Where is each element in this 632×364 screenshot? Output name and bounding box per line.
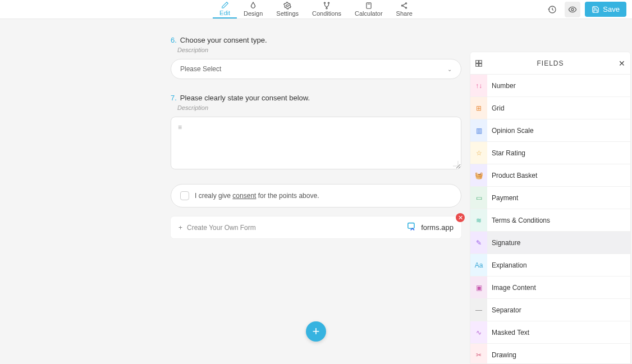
question-number: 7. <box>171 94 177 102</box>
question-6[interactable]: 6. Choose your consent type. Description… <box>171 36 461 79</box>
branch-icon <box>323 2 331 10</box>
svg-rect-19 <box>479 63 482 66</box>
tab-label: Conditions <box>312 10 341 17</box>
tab-settings[interactable]: Settings <box>269 0 305 19</box>
svg-line-12 <box>403 4 406 6</box>
topbar: Edit Design Settings Conditions Calculat… <box>0 0 632 19</box>
chevron-down-icon: ⌄ <box>447 66 452 72</box>
svg-rect-16 <box>476 60 479 63</box>
fields-panel: FIELDS ✕ ↑↓Number⊞Grid▥Opinion Scale☆Sta… <box>470 52 631 283</box>
remove-branding-button[interactable]: ✕ <box>456 213 465 222</box>
question-text: Please clearly state your consent below. <box>180 94 310 102</box>
consent-textarea[interactable]: ≡ <box>171 117 461 169</box>
consent-checkbox-row[interactable]: I crealy give consent for the points abo… <box>171 184 461 208</box>
explanation-icon: Aa <box>470 254 487 276</box>
save-button[interactable]: Save <box>585 2 626 17</box>
drop-icon <box>249 2 257 10</box>
select-placeholder: Please Select <box>180 65 221 73</box>
field-label: Explanation <box>487 261 527 269</box>
question-text: Choose your consent type. <box>180 36 267 44</box>
svg-point-11 <box>406 7 407 8</box>
field-label: Product Basket <box>487 172 537 179</box>
grid-icon: ⊞ <box>470 97 487 119</box>
consent-type-select[interactable]: Please Select ⌄ <box>171 59 461 79</box>
question-description: Description <box>177 104 461 111</box>
tab-edit[interactable]: Edit <box>213 0 237 19</box>
calculator-icon <box>365 2 373 10</box>
tab-label: Edit <box>219 10 230 16</box>
topbar-actions: Save <box>544 2 626 17</box>
field-label: Star Rating <box>487 149 525 157</box>
field-item-explanation[interactable]: AaExplanation <box>470 254 630 277</box>
svg-rect-18 <box>476 63 479 66</box>
svg-point-3 <box>326 8 327 9</box>
svg-rect-17 <box>479 60 482 63</box>
terms-conditions-icon: ≋ <box>470 209 487 231</box>
svg-point-14 <box>571 8 574 11</box>
svg-point-9 <box>406 3 407 4</box>
product-basket-icon: 🧺 <box>470 164 487 186</box>
pencil-icon <box>221 1 229 9</box>
tab-share[interactable]: Share <box>390 0 419 19</box>
svg-rect-4 <box>367 3 371 9</box>
close-icon: ✕ <box>458 214 463 222</box>
panel-close-button[interactable]: ✕ <box>613 59 630 68</box>
tab-design[interactable]: Design <box>237 0 269 19</box>
grid-icon <box>470 59 487 67</box>
field-label: Terms & Conditions <box>487 216 550 224</box>
svg-point-0 <box>286 4 288 7</box>
field-item-star-rating[interactable]: ☆Star Rating <box>470 142 630 164</box>
save-icon <box>592 6 599 13</box>
panel-title: FIELDS <box>487 59 613 67</box>
tab-label: Share <box>396 10 413 17</box>
field-item-payment[interactable]: ▭Payment <box>470 187 630 209</box>
close-icon: ✕ <box>619 59 625 68</box>
field-label: Number <box>487 82 516 90</box>
field-label: Signature <box>487 239 520 247</box>
tab-conditions[interactable]: Conditions <box>305 0 348 19</box>
history-button[interactable] <box>544 2 560 17</box>
star-rating-icon: ☆ <box>470 142 487 164</box>
tab-label: Design <box>244 10 263 17</box>
field-item-image-content[interactable]: ▣Image Content <box>470 277 630 283</box>
gear-icon <box>283 2 291 10</box>
tab-calculator[interactable]: Calculator <box>348 0 390 19</box>
create-form-label: Create Your Own Form <box>187 224 256 232</box>
signature-icon: ✎ <box>470 232 487 254</box>
branding-block[interactable]: + Create Your Own Form forms.app ✕ <box>171 216 461 238</box>
svg-rect-15 <box>408 223 414 229</box>
question-number: 6. <box>171 36 177 44</box>
field-item-signature[interactable]: ✎Signature <box>470 232 630 254</box>
svg-line-13 <box>403 6 406 8</box>
history-icon <box>548 5 557 14</box>
opinion-scale-icon: ▥ <box>470 119 487 141</box>
save-label: Save <box>603 5 620 13</box>
question-7[interactable]: 7. Please clearly state your consent bel… <box>171 94 461 169</box>
field-list: ↑↓Number⊞Grid▥Opinion Scale☆Star Rating🧺… <box>470 75 630 283</box>
forms-app-logo-icon <box>406 222 418 233</box>
share-icon <box>400 2 408 10</box>
tab-label: Settings <box>276 10 299 17</box>
field-item-product-basket[interactable]: 🧺Product Basket <box>470 164 630 187</box>
brand-name: forms.app <box>421 223 454 232</box>
svg-point-10 <box>402 5 403 6</box>
field-item-opinion-scale[interactable]: ▥Opinion Scale <box>470 119 630 142</box>
field-item-terms-conditions[interactable]: ≋Terms & Conditions <box>470 209 630 232</box>
topbar-tabs: Edit Design Settings Conditions Calculat… <box>213 0 419 19</box>
field-item-grid[interactable]: ⊞Grid <box>470 97 630 119</box>
preview-button[interactable] <box>565 2 580 17</box>
consent-checkbox[interactable] <box>180 191 189 200</box>
consent-label: I crealy give consent for the points abo… <box>195 192 319 200</box>
field-item-number[interactable]: ↑↓Number <box>470 75 630 97</box>
eye-icon <box>568 5 577 14</box>
field-label: Payment <box>487 194 518 202</box>
field-label: Opinion Scale <box>487 127 534 135</box>
svg-point-2 <box>328 2 329 3</box>
number-icon: ↑↓ <box>470 75 487 96</box>
svg-point-1 <box>324 2 325 3</box>
image-content-icon: ▣ <box>470 277 487 283</box>
plus-icon: + <box>178 224 182 232</box>
tab-label: Calculator <box>355 10 383 17</box>
question-description: Description <box>177 47 461 53</box>
field-label: Grid <box>487 104 505 112</box>
